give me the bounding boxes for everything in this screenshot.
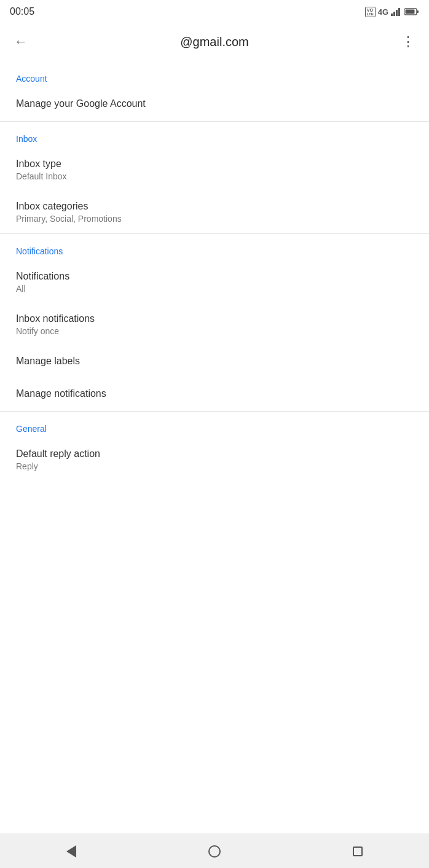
- section-header-account: Account: [0, 61, 429, 88]
- nav-home-icon: [208, 845, 221, 858]
- settings-content: Account Manage your Google Account Inbox…: [0, 61, 429, 834]
- setting-title: Manage labels: [16, 356, 413, 367]
- back-button[interactable]: ←: [7, 28, 34, 55]
- signal-icon: [391, 7, 402, 16]
- svg-rect-5: [417, 10, 419, 13]
- section-header-notifications: Notifications: [0, 234, 429, 261]
- setting-title: Inbox categories: [16, 201, 413, 212]
- setting-title: Manage notifications: [16, 388, 413, 399]
- nav-recents-button[interactable]: [339, 838, 376, 865]
- svg-rect-6: [406, 10, 415, 14]
- setting-manage-google-account[interactable]: Manage your Google Account: [0, 88, 429, 121]
- section-account: Account Manage your Google Account: [0, 61, 429, 121]
- status-icons: VO LTE 4G: [365, 7, 419, 17]
- setting-default-reply-action[interactable]: Default reply action Reply: [0, 439, 429, 481]
- setting-title: Notifications: [16, 271, 413, 282]
- setting-inbox-notifications[interactable]: Inbox notifications Notify once: [0, 303, 429, 346]
- setting-subtitle: Reply: [16, 461, 413, 471]
- nav-back-button[interactable]: [53, 838, 90, 865]
- setting-manage-notifications[interactable]: Manage notifications: [0, 378, 429, 411]
- setting-subtitle: Primary, Social, Promotions: [16, 214, 413, 224]
- status-time: 00:05: [10, 6, 34, 17]
- battery-icon: [404, 8, 419, 15]
- more-dots-icon: ⋮: [401, 34, 415, 50]
- svg-rect-3: [398, 8, 400, 16]
- section-header-general: General: [0, 412, 429, 439]
- 4g-icon: 4G: [378, 7, 388, 17]
- more-options-button[interactable]: ⋮: [395, 28, 422, 55]
- app-bar: ← @gmail.com ⋮: [0, 22, 429, 61]
- status-bar: 00:05 VO LTE 4G: [0, 0, 429, 22]
- setting-inbox-type[interactable]: Inbox type Default Inbox: [0, 149, 429, 191]
- setting-title: Inbox type: [16, 158, 413, 170]
- setting-title: Default reply action: [16, 448, 413, 459]
- nav-bar: [0, 834, 429, 868]
- nav-recents-icon: [353, 846, 363, 856]
- svg-rect-0: [391, 14, 393, 16]
- nav-home-button[interactable]: [196, 838, 233, 865]
- section-inbox: Inbox Inbox type Default Inbox Inbox cat…: [0, 122, 429, 233]
- nav-back-icon: [66, 845, 76, 858]
- setting-title: Manage your Google Account: [16, 98, 413, 109]
- setting-subtitle: All: [16, 284, 413, 294]
- setting-inbox-categories[interactable]: Inbox categories Primary, Social, Promot…: [0, 191, 429, 233]
- setting-subtitle: Notify once: [16, 326, 413, 336]
- svg-rect-1: [393, 12, 395, 16]
- setting-manage-labels[interactable]: Manage labels: [0, 346, 429, 378]
- setting-title: Inbox notifications: [16, 313, 413, 324]
- section-general: General Default reply action Reply: [0, 412, 429, 481]
- setting-subtitle: Default Inbox: [16, 171, 413, 181]
- section-header-inbox: Inbox: [0, 122, 429, 149]
- setting-notifications[interactable]: Notifications All: [0, 261, 429, 303]
- section-notifications: Notifications Notifications All Inbox no…: [0, 234, 429, 411]
- volte-icon: VO LTE: [365, 7, 376, 17]
- back-arrow-icon: ←: [14, 34, 28, 50]
- app-bar-title: @gmail.com: [34, 35, 395, 49]
- svg-rect-2: [396, 10, 398, 16]
